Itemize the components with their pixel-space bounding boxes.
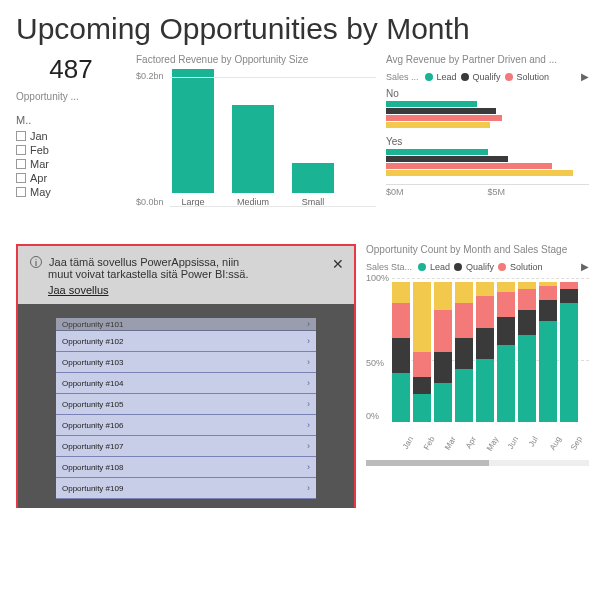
checkbox-icon[interactable] — [16, 187, 26, 197]
x-axis-label: Sep — [569, 435, 584, 452]
list-item-label: Opportunity #109 — [62, 484, 123, 493]
list-item-label: Opportunity #104 — [62, 379, 123, 388]
chevron-right-icon: › — [307, 319, 310, 329]
list-item[interactable]: Opportunity #101› — [56, 318, 316, 331]
kpi-label: Opportunity ... — [16, 91, 126, 102]
info-icon: i — [30, 256, 42, 268]
list-item-label: Opportunity #102 — [62, 337, 123, 346]
oppcount-legend: Sales Sta... Lead Qualify Solution ▶ — [366, 261, 589, 272]
factored-chart-title: Factored Revenue by Opportunity Size — [136, 54, 376, 65]
factored-chart[interactable]: $0.2bn $0.0bn Large Medium Small — [136, 71, 376, 221]
y-axis-label: No — [386, 88, 589, 99]
legend-swatch-icon — [498, 263, 506, 271]
legend-item: Lead — [430, 262, 450, 272]
powerapps-embed[interactable]: i Jaa tämä sovellus PowerAppsissa, niin … — [16, 244, 356, 508]
legend-item: Solution — [517, 72, 550, 82]
legend-item: Lead — [437, 72, 457, 82]
chart-scrollbar[interactable] — [366, 460, 589, 466]
x-axis-label: Jun — [506, 435, 520, 451]
avgrev-chart-title: Avg Revenue by Partner Driven and ... — [386, 54, 589, 65]
page-title: Upcoming Opportunities by Month — [16, 12, 589, 46]
y-axis-label: 50% — [366, 358, 384, 368]
legend-swatch-icon — [418, 263, 426, 271]
bar-small[interactable] — [292, 163, 334, 193]
share-banner: i Jaa tämä sovellus PowerAppsissa, niin … — [18, 246, 354, 304]
avgrev-legend: Sales ... Lead Qualify Solution ▶ — [386, 71, 589, 82]
x-axis-label: Aug — [548, 435, 563, 452]
chevron-right-icon: › — [307, 462, 310, 472]
list-item-label: Opportunity #103 — [62, 358, 123, 367]
slicer-item-label: May — [30, 186, 51, 198]
stacked-column[interactable]: Mar — [434, 282, 452, 422]
month-slicer[interactable]: Jan Feb Mar Apr May — [16, 130, 126, 200]
x-axis-label: $5M — [488, 187, 506, 197]
list-item[interactable]: Opportunity #109› — [56, 478, 316, 499]
list-item-label: Opportunity #107 — [62, 442, 123, 451]
stacked-column[interactable]: May — [476, 282, 494, 422]
oppcount-chart[interactable]: 100% 50% 0% Jan Feb Mar Apr May Jun Jul … — [366, 278, 589, 448]
y-axis-label: 0% — [366, 411, 379, 421]
list-item-label: Opportunity #101 — [62, 320, 123, 329]
legend-more-icon[interactable]: ▶ — [581, 71, 589, 82]
checkbox-icon[interactable] — [16, 159, 26, 169]
list-item[interactable]: Opportunity #106› — [56, 415, 316, 436]
kpi-value: 487 — [16, 54, 126, 85]
slicer-item-label: Apr — [30, 172, 47, 184]
chevron-right-icon: › — [307, 420, 310, 430]
bar-medium[interactable] — [232, 105, 274, 193]
stacked-column[interactable]: Apr — [455, 282, 473, 422]
chevron-right-icon: › — [307, 378, 310, 388]
checkbox-icon[interactable] — [16, 145, 26, 155]
checkbox-icon[interactable] — [16, 131, 26, 141]
stacked-column[interactable]: Jan — [392, 282, 410, 422]
slicer-item-label: Feb — [30, 144, 49, 156]
x-axis-label: May — [485, 435, 500, 453]
bar-large[interactable] — [172, 69, 214, 193]
banner-text: Jaa tämä sovellus PowerAppsissa, niin — [49, 256, 239, 268]
list-item[interactable]: Opportunity #102› — [56, 331, 316, 352]
list-item[interactable]: Opportunity #105› — [56, 394, 316, 415]
x-axis-label: $0M — [386, 187, 404, 197]
stacked-column[interactable]: Aug — [539, 282, 557, 422]
list-item[interactable]: Opportunity #107› — [56, 436, 316, 457]
banner-text: muut voivat tarkastella sitä Power BI:ss… — [48, 268, 249, 280]
y-axis-label: $0.2bn — [136, 71, 164, 81]
x-axis-label: Jul — [527, 435, 540, 448]
share-app-link[interactable]: Jaa sovellus — [48, 284, 109, 296]
oppcount-chart-title: Opportunity Count by Month and Sales Sta… — [366, 244, 589, 255]
legend-more-icon[interactable]: ▶ — [581, 261, 589, 272]
chevron-right-icon: › — [307, 441, 310, 451]
stacked-column[interactable]: Feb — [413, 282, 431, 422]
opportunity-list[interactable]: Opportunity #101› Opportunity #102› Oppo… — [18, 318, 354, 508]
slicer-item-label: Jan — [30, 130, 48, 142]
legend-swatch-icon — [461, 73, 469, 81]
list-item[interactable]: Opportunity #103› — [56, 352, 316, 373]
close-icon[interactable]: ✕ — [332, 256, 344, 272]
list-item[interactable]: Opportunity #104› — [56, 373, 316, 394]
list-item[interactable]: Opportunity #108› — [56, 457, 316, 478]
stacked-column[interactable]: Jun — [497, 282, 515, 422]
legend-label: Sales ... — [386, 72, 419, 82]
list-item-label: Opportunity #108 — [62, 463, 123, 472]
x-axis-label: Jan — [401, 435, 415, 451]
legend-label: Sales Sta... — [366, 262, 412, 272]
x-axis-label: Apr — [464, 435, 478, 450]
avgrev-chart[interactable]: No Yes $0M $5M — [386, 88, 589, 238]
stacked-column[interactable]: Sep — [560, 282, 578, 422]
chevron-right-icon: › — [307, 357, 310, 367]
stacked-column[interactable]: Jul — [518, 282, 536, 422]
checkbox-icon[interactable] — [16, 173, 26, 183]
y-axis-label: Yes — [386, 136, 589, 147]
legend-item: Qualify — [466, 262, 494, 272]
list-item-label: Opportunity #106 — [62, 421, 123, 430]
slicer-header: M.. — [16, 114, 126, 126]
slicer-item-label: Mar — [30, 158, 49, 170]
legend-swatch-icon — [454, 263, 462, 271]
y-axis-label: $0.0bn — [136, 197, 164, 207]
x-axis-label: Mar — [443, 435, 458, 451]
x-axis-label: Feb — [422, 435, 437, 451]
chevron-right-icon: › — [307, 483, 310, 493]
chevron-right-icon: › — [307, 399, 310, 409]
legend-item: Qualify — [473, 72, 501, 82]
legend-swatch-icon — [425, 73, 433, 81]
